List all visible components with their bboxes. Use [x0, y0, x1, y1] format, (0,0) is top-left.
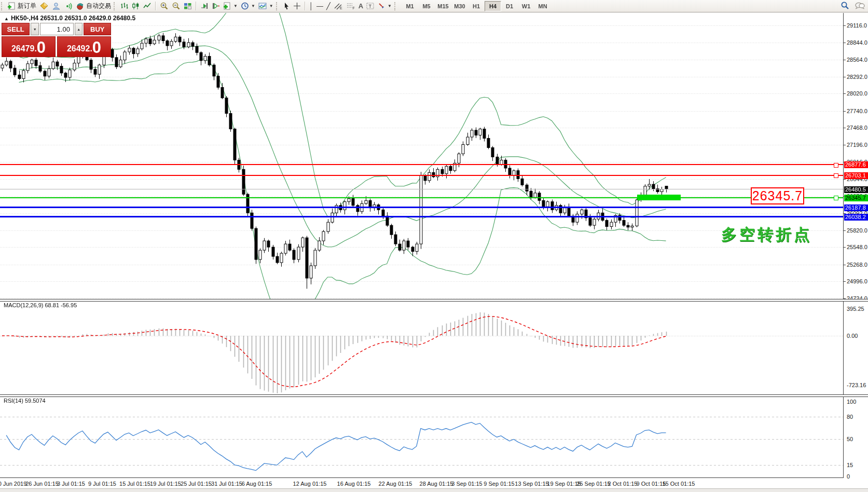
toolbar: 新订单 自动交易 ▼ ▼ ▼ │ — ╱ E F A T ▼ — [0, 0, 868, 12]
line-chart-button[interactable] — [142, 1, 153, 11]
price-callout-26345[interactable]: 26345.7 — [751, 187, 804, 204]
hline-marker[interactable] — [834, 196, 838, 200]
toolbar-drag-handle[interactable] — [1, 2, 4, 10]
tab-timeframe-D1[interactable]: D1 — [501, 1, 518, 11]
rsi-canvas[interactable] — [0, 397, 844, 477]
hline-marker[interactable] — [834, 163, 838, 168]
one-click-collapse-icon[interactable]: ▲ — [4, 16, 9, 21]
templates-button[interactable]: ▼ — [257, 1, 275, 11]
tab-timeframe-M30[interactable]: M30 — [451, 1, 468, 11]
chevron-down-icon: ▼ — [269, 4, 273, 8]
profile-button[interactable] — [50, 1, 62, 11]
sell-button[interactable]: SELL — [2, 23, 30, 35]
svg-text:T: T — [369, 4, 372, 9]
hline-marker[interactable] — [834, 173, 838, 178]
price-tick-mark — [844, 265, 846, 265]
new-order-icon — [8, 2, 16, 10]
arrows-button[interactable]: ▼ — [376, 1, 393, 11]
macd-canvas[interactable] — [0, 301, 844, 394]
candlestick-icon — [132, 2, 140, 10]
new-order-button[interactable]: 新订单 — [6, 1, 38, 11]
hline-26480.5[interactable] — [0, 189, 844, 189]
buy-button[interactable]: BUY — [84, 23, 111, 35]
channel-button[interactable]: E — [332, 1, 345, 11]
crosshair-button[interactable] — [292, 1, 302, 11]
tab-timeframe-MN[interactable]: MN — [534, 1, 551, 11]
zoom-in-icon — [160, 2, 169, 10]
autoscroll-button[interactable] — [199, 1, 210, 11]
tab-timeframe-W1[interactable]: W1 — [518, 1, 534, 11]
signal-button[interactable] — [62, 1, 74, 11]
status-strip — [0, 488, 868, 492]
candlestick-button[interactable] — [130, 1, 142, 11]
toolbar-drag-handle[interactable] — [114, 2, 117, 10]
trendline-icon: ╱ — [326, 2, 330, 11]
price-tick-label: 28292.0 — [847, 74, 867, 80]
price-tag-26187.8: 26187.8 — [844, 204, 868, 211]
time-axis-label: 16 Aug 01:15 — [337, 481, 371, 487]
buy-price-main: 26492 — [67, 42, 90, 56]
tab-timeframe-H1[interactable]: H1 — [468, 1, 485, 11]
autotrade-button[interactable]: 自动交易 — [74, 1, 113, 11]
zoom-in-button[interactable] — [158, 1, 170, 11]
toolbar-drag-handle[interactable] — [394, 2, 397, 10]
price-tick-mark — [844, 128, 846, 128]
arrows-icon — [378, 2, 385, 10]
sell-price[interactable]: 26479.0 — [2, 36, 56, 57]
toolbar-separator — [155, 2, 156, 10]
time-axis-label: 9 Oct 01:15 — [637, 481, 666, 487]
toolbar-separator — [196, 2, 197, 10]
rsi-axis-label: 0 — [847, 473, 850, 480]
time-axis-label: 19 Sep 01:15 — [547, 481, 581, 487]
diamond-button[interactable] — [38, 1, 50, 11]
trendline-button[interactable]: ╱ — [325, 1, 332, 11]
hline-26345.7[interactable] — [0, 197, 844, 198]
vertical-line-button[interactable]: │ — [308, 1, 315, 11]
price-tick-label: 29116.0 — [847, 22, 867, 29]
volume-increase-button[interactable]: ▲ — [75, 23, 83, 35]
chat-icon[interactable] — [855, 2, 865, 12]
periods-button[interactable]: ▼ — [239, 1, 257, 11]
rsi-label: RSI(14) 59.5074 — [4, 398, 46, 404]
tab-timeframe-H4[interactable]: H4 — [485, 1, 501, 11]
bar-chart-button[interactable] — [119, 1, 130, 11]
time-axis-label: 3 Jul 01:15 — [57, 481, 85, 487]
fibonacci-button[interactable]: F — [345, 1, 357, 11]
toolbar-drag-handle[interactable] — [276, 2, 279, 10]
volume-decrease-button[interactable]: ▼ — [31, 23, 39, 35]
price-tick-mark — [844, 145, 846, 145]
macd-pane-separator[interactable] — [0, 299, 868, 302]
tile-windows-button[interactable] — [182, 1, 194, 11]
buy-price[interactable]: 26492.0 — [57, 36, 111, 57]
fibonacci-icon: F — [346, 2, 355, 10]
hline-26877.6[interactable] — [0, 164, 844, 165]
chart-title: ▲HK50-,H4 26531.0 26531.0 26429.0 26480.… — [4, 15, 135, 22]
diamond-icon — [39, 2, 49, 10]
tab-timeframe-M1[interactable]: M1 — [402, 1, 418, 11]
price-tick-mark — [844, 230, 846, 231]
price-tag-26480.5: 26480.5 — [844, 186, 868, 193]
zoom-out-button[interactable] — [170, 1, 182, 11]
text-label-button[interactable]: T — [365, 1, 376, 11]
search-icon[interactable] — [841, 1, 849, 12]
main-chart-canvas[interactable] — [0, 13, 844, 299]
turning-point-annotation[interactable]: 多空转折点 — [721, 224, 812, 245]
horizontal-line-button[interactable]: — — [315, 1, 325, 11]
hline-26703.1[interactable] — [0, 175, 844, 176]
volume-input[interactable] — [40, 23, 74, 35]
time-axis-label: 9 Jul 01:15 — [88, 481, 116, 487]
chart-shift-button[interactable] — [210, 1, 222, 11]
text-button[interactable]: A — [357, 1, 365, 11]
cursor-button[interactable] — [281, 1, 292, 11]
autotrade-icon — [76, 2, 85, 10]
price-tick-mark — [844, 25, 846, 26]
rsi-pane-separator[interactable] — [0, 394, 868, 397]
indicators-button[interactable]: ▼ — [222, 1, 239, 11]
time-axis-label: 12 Aug 01:15 — [293, 481, 327, 487]
hline-highlight-segment[interactable] — [637, 195, 681, 200]
price-tick-mark — [844, 179, 846, 180]
tab-timeframe-M15[interactable]: M15 — [435, 1, 451, 11]
hline-26038.2[interactable] — [0, 216, 844, 217]
tab-timeframe-M5[interactable]: M5 — [418, 1, 435, 11]
hline-26187.8[interactable] — [0, 207, 844, 208]
